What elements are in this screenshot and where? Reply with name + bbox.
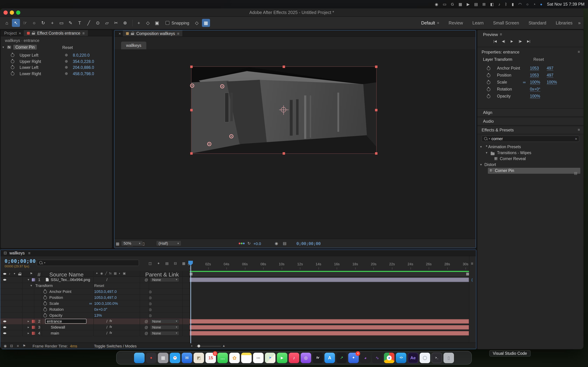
snap-along-edges-icon[interactable]: ◇: [193, 19, 201, 27]
parent-dropdown[interactable]: None▾: [150, 319, 179, 324]
property-value[interactable]: 0x+0.0°: [94, 307, 107, 311]
workspace-learn[interactable]: Learn: [473, 20, 484, 25]
position-row[interactable]: Position 1053.0,497.0 ◎: [0, 295, 190, 300]
pickwhip-icon[interactable]: ◎: [149, 314, 152, 317]
param-value[interactable]: 8.0,220.0: [73, 53, 90, 57]
dock-finder[interactable]: [134, 352, 145, 363]
draft-3d-icon[interactable]: ✦: [156, 260, 161, 266]
snap-to-grid-icon[interactable]: ▦: [202, 19, 210, 27]
tab-effect-controls[interactable]: Effect Controls entrance ≡: [24, 30, 88, 36]
chevron-down-icon[interactable]: ▾: [30, 284, 32, 287]
clone-stamp-tool-icon[interactable]: ⊙: [94, 19, 102, 27]
workspace-libraries[interactable]: Libraries: [556, 20, 573, 25]
control-center-icon[interactable]: ◔: [533, 2, 536, 6]
frame-blending-icon[interactable]: ⊟: [173, 260, 178, 266]
eye-toggle-icon[interactable]: [3, 320, 6, 322]
stopwatch-icon[interactable]: [10, 53, 14, 57]
dock-after-effects[interactable]: Ae: [408, 352, 418, 363]
stopwatch-icon[interactable]: [43, 301, 47, 306]
property-value[interactable]: 0x+0°: [530, 87, 540, 92]
parent-dropdown[interactable]: None▾: [150, 331, 179, 335]
stopwatch-icon[interactable]: [10, 71, 14, 75]
bbox-handle[interactable]: [190, 152, 193, 155]
quality-switch[interactable]: /: [106, 325, 107, 329]
expand-transfer-controls-icon[interactable]: ⊟: [9, 343, 14, 349]
local-axis-mode-icon[interactable]: +: [135, 19, 143, 27]
snapshot-camera-icon[interactable]: ◉: [275, 241, 278, 246]
anchor-point-row[interactable]: Anchor Point 1053.0,497.0 ◎: [0, 289, 190, 295]
roto-brush-tool-icon[interactable]: ✂: [112, 19, 120, 27]
chevron-right-icon[interactable]: ▸: [28, 331, 29, 335]
work-area-end-handle[interactable]: [466, 273, 469, 275]
layer-row-4[interactable]: ▸ 4 main / fx @ None▾: [0, 330, 190, 336]
property-value[interactable]: 13%: [94, 313, 102, 317]
grammarly-icon[interactable]: G: [451, 2, 454, 6]
pickwhip-icon[interactable]: @: [145, 331, 148, 335]
dock-podcasts[interactable]: ◎: [301, 352, 311, 363]
volume-icon[interactable]: ♪: [498, 2, 500, 6]
zoom-tool-icon[interactable]: ○: [30, 19, 38, 27]
play-icon[interactable]: ▶: [467, 2, 470, 6]
layer-name[interactable]: SSU_Tex...06x994.png: [51, 277, 90, 282]
go-to-start-button[interactable]: |◀: [491, 38, 499, 44]
panel-menu-icon[interactable]: ≡: [578, 128, 580, 132]
fx-switch[interactable]: fx: [110, 325, 112, 329]
dock-color-app[interactable]: ◕: [360, 352, 371, 363]
quality-switch[interactable]: /: [106, 319, 107, 323]
pickwhip-icon[interactable]: @: [145, 325, 148, 329]
tree-item-distort[interactable]: ▾ Distort: [477, 162, 583, 168]
transform-group-row[interactable]: ▾ Transform Reset: [0, 283, 190, 289]
collapse-switch-icon[interactable]: ✦: [95, 272, 98, 275]
timeline-tab-wallkeys[interactable]: wallkeys: [9, 251, 25, 255]
menubar-clock[interactable]: Sat Nov 15 7:39 PM: [547, 2, 585, 7]
stopwatch-icon[interactable]: [486, 80, 490, 84]
eye-toggle-icon[interactable]: [3, 326, 6, 328]
exposure-value[interactable]: +0.0: [253, 242, 261, 246]
hide-shy-layers-icon[interactable]: ▤: [164, 260, 170, 266]
chevron-down-icon[interactable]: ▾: [28, 278, 29, 281]
timeline-search-input[interactable]: [47, 261, 137, 265]
rotation-tool-icon[interactable]: ↻: [39, 19, 47, 27]
chevron-down-icon[interactable]: ▾: [489, 137, 490, 140]
expand-in-out-icon[interactable]: ≡: [15, 343, 21, 349]
bbox-handle[interactable]: [283, 66, 285, 68]
dock-audio-app[interactable]: ∿: [372, 352, 382, 363]
layer-3-duration-bar[interactable]: [190, 325, 469, 330]
property-value[interactable]: 1053.0,497.0: [94, 289, 117, 294]
chevron-down-icon[interactable]: ▾: [2, 45, 4, 49]
mini-list-icon[interactable]: ≣: [471, 262, 473, 265]
quality-switch[interactable]: /: [106, 331, 107, 335]
zoom-slider-knob[interactable]: [197, 345, 200, 347]
pickwhip-icon[interactable]: ◎: [149, 302, 152, 306]
dock-music[interactable]: ♪: [289, 352, 299, 363]
display-icon[interactable]: ▭: [443, 2, 446, 6]
resolution-dropdown[interactable]: (Half)▾: [156, 241, 181, 246]
magnification-dropdown[interactable]: 50%▾: [121, 241, 143, 246]
property-value[interactable]: 100%: [530, 80, 540, 84]
snapping-checkbox[interactable]: [165, 21, 169, 25]
layer-row-1[interactable]: ▾ 1 SSU_Tex...06x994.png / @ None▾: [0, 277, 190, 283]
expand-av-features-icon[interactable]: ◉: [2, 343, 8, 349]
brush-tool-icon[interactable]: ╱: [85, 19, 93, 27]
param-value[interactable]: 354.0,228.0: [73, 59, 94, 63]
previous-frame-button[interactable]: ◀|: [500, 38, 507, 44]
current-time-display[interactable]: 0;00;00;00: [5, 258, 36, 264]
chevron-down-icon[interactable]: ▾: [480, 145, 482, 149]
stopwatch-icon[interactable]: [486, 87, 490, 91]
layer-color-swatch[interactable]: [32, 278, 35, 281]
anchor-point-indicator[interactable]: [281, 107, 286, 112]
hand-tool-icon[interactable]: ☞: [21, 19, 29, 27]
new-preset-icon[interactable]: ▤: [574, 171, 577, 175]
property-value[interactable]: 1053.0,497.0: [94, 295, 117, 300]
toggle-switches-modes-button[interactable]: Toggle Switches / Modes: [94, 344, 137, 348]
effects-switch-icon[interactable]: fx: [109, 272, 112, 275]
preview-panel-title[interactable]: Preview: [483, 32, 498, 37]
dock-app-store[interactable]: A: [324, 352, 335, 363]
eraser-tool-icon[interactable]: ▱: [103, 19, 111, 27]
property-value[interactable]: 497: [547, 66, 553, 71]
properties-panel-title[interactable]: Properties: entrance: [482, 50, 519, 55]
bbox-handle[interactable]: [375, 109, 378, 111]
pen-tool-icon[interactable]: ✎: [67, 19, 75, 27]
motion-blur-icon[interactable]: ▦: [181, 260, 187, 266]
frame-blend-switch-icon[interactable]: ▦: [114, 272, 117, 275]
